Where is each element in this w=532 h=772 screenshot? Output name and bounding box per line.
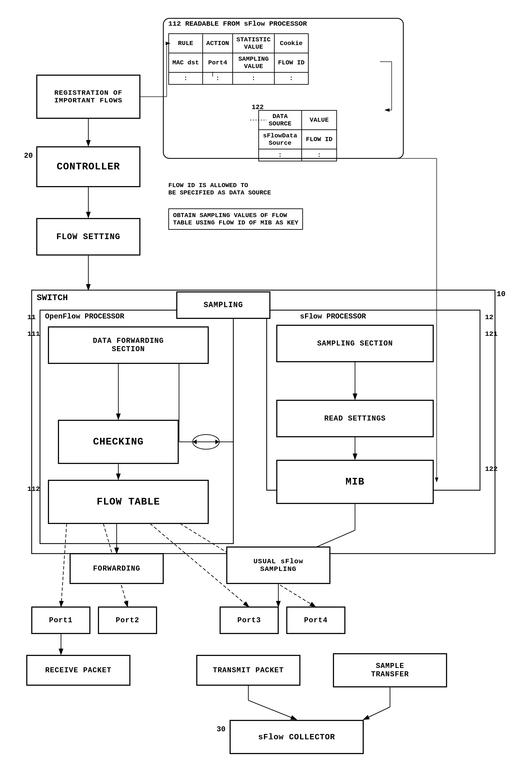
flow-table-cell-dot2: : — [203, 72, 233, 84]
svg-marker-38 — [215, 440, 219, 444]
mib-cell-sflowdata: sFlowDataSource — [259, 130, 302, 149]
flow-setting-box: FLOW SETTING — [37, 218, 140, 255]
mib-table-top: DATASOURCE VALUE sFlowDataSource FLOW ID… — [258, 110, 337, 161]
controller-box: CONTROLLER — [37, 147, 140, 187]
flow-table-cell-port4: Port4 — [203, 53, 233, 72]
flow-table-cell-sampling: SAMPLINGVALUE — [233, 53, 274, 72]
sflow-collector-box: sFlow COLLECTOR — [230, 720, 363, 754]
openflow-processor-label: OpenFlow PROCESSOR — [45, 312, 124, 321]
data-forwarding-box: DATA FORWARDINGSECTION — [48, 327, 208, 363]
forwarding-box: FORWARDING — [70, 554, 163, 584]
receive-packet-box: RECEIVE PACKET — [27, 655, 130, 685]
flow-table-cell-macdst: MAC dst — [169, 53, 203, 72]
flow-table-box: FLOW TABLE — [48, 480, 208, 524]
read-settings-box: READ SETTINGS — [277, 400, 433, 437]
flow-table-cell-flowid: FLOW ID — [274, 53, 308, 72]
mib-cell-dot1: : — [259, 149, 302, 161]
mib-cell-flowid: FLOW ID — [302, 130, 337, 149]
mib-header-value: VALUE — [302, 110, 337, 130]
label-12: 12 — [485, 313, 493, 321]
flow-table-header-cookie: Cookie — [274, 34, 308, 53]
diagram: 112 READABLE FROM sFlow PROCESSOR RULE A… — [0, 0, 532, 772]
sflow-processor-label: sFlow PROCESSOR — [300, 312, 366, 321]
flow-table-cell-dot3: : — [233, 72, 274, 84]
flow-table-top: RULE ACTION STATISTICVALUE Cookie MAC ds… — [168, 33, 309, 85]
switch-label: SWITCH — [37, 293, 68, 303]
svg-marker-37 — [193, 440, 197, 444]
label-111: 111 — [27, 330, 40, 338]
label-11: 11 — [27, 313, 36, 321]
port2-box: Port2 — [98, 607, 157, 634]
port3-box: Port3 — [220, 607, 278, 634]
transmit-packet-box: TRANSMIT PACKET — [197, 655, 300, 685]
label-122-mib: 122 — [485, 465, 498, 473]
label-20: 20 — [24, 152, 33, 160]
sampling-box: SAMPLING — [177, 292, 270, 318]
port1-box: Port1 — [32, 607, 90, 634]
label-121: 121 — [485, 330, 498, 338]
mib-cell-dot2: : — [302, 149, 337, 161]
label-10: 10 — [497, 290, 505, 298]
registration-box: REGISTRATION OFIMPORTANT FLOWS — [37, 75, 140, 118]
flow-table-cell-dot1: : — [169, 72, 203, 84]
usual-sflow-sampling-box: USUAL sFlowSAMPLING — [227, 547, 330, 584]
svg-line-49 — [248, 700, 297, 720]
flow-table-header-action: ACTION — [203, 34, 233, 53]
flow-table-header-rule: RULE — [169, 34, 203, 53]
flow-table-header-statistic: STATISTICVALUE — [233, 34, 274, 53]
sampling-section-box: SAMPLING SECTION — [277, 325, 433, 362]
svg-line-51 — [363, 707, 390, 720]
obtain-sampling-label: OBTAIN SAMPLING VALUES OF FLOWTABLE USIN… — [168, 208, 303, 230]
flow-id-allowed-label: FLOW ID IS ALLOWED TOBE SPECIFIED AS DAT… — [168, 182, 271, 196]
mib-box: MIB — [277, 460, 433, 504]
label-112-main: 112 — [27, 485, 40, 493]
svg-line-41 — [61, 524, 67, 607]
checking-box: CHECKING — [58, 420, 178, 464]
svg-point-36 — [193, 435, 219, 449]
sample-transfer-box: SAMPLETRANSFER — [333, 654, 447, 687]
readable-label: 112 READABLE FROM sFlow PROCESSOR — [168, 20, 307, 28]
label-30: 30 — [217, 725, 225, 734]
mib-header-datasource: DATASOURCE — [259, 110, 302, 130]
port4-box: Port4 — [287, 607, 345, 634]
flow-table-cell-dot4: : — [274, 72, 308, 84]
